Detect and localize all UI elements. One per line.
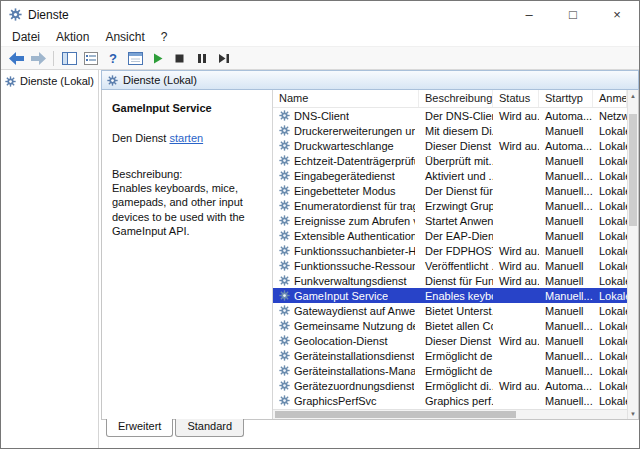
service-logon-cell: Lokales: [593, 153, 627, 168]
scroll-up-icon[interactable]: ▲: [628, 90, 638, 101]
table-row[interactable]: Extensible Authentication-P... Der EAP-D…: [273, 228, 627, 243]
service-status-cell: Wird au...: [493, 258, 539, 273]
service-status-cell: [493, 198, 539, 213]
scroll-down-icon[interactable]: ▼: [628, 408, 638, 419]
help-button[interactable]: ?: [103, 48, 123, 68]
properties-icon: [128, 52, 143, 65]
table-row[interactable]: Funktionssuche-Ressource... Veröffentlic…: [273, 258, 627, 273]
table-row[interactable]: Geräteinstallations-Manager Ermöglicht d…: [273, 363, 627, 378]
service-gear-icon: [279, 275, 290, 286]
table-row[interactable]: GameInput Service Enables keybo... Manue…: [273, 288, 627, 303]
service-name-cell: Geräteinstallationsdienst: [294, 350, 414, 362]
column-header-starttyp[interactable]: Starttyp: [539, 90, 593, 107]
service-name-cell: Druckererweiterungen und ...: [294, 125, 415, 137]
service-starttype-cell: Manuell...: [539, 168, 593, 183]
table-row[interactable]: Funktionssuchanbieter-Host Der FDPHOST..…: [273, 243, 627, 258]
menu-hilfe[interactable]: ?: [153, 29, 176, 45]
service-gear-icon: [279, 260, 290, 271]
column-header-anmelden[interactable]: Anmeld: [593, 90, 627, 107]
help-icon: ?: [109, 51, 117, 66]
close-button[interactable]: ×: [595, 1, 639, 28]
service-starttype-cell: Manuell: [539, 213, 593, 228]
action-prefix: Den Dienst: [112, 132, 169, 144]
start-service-icon: [151, 52, 164, 65]
service-description-cell: Erzwingt Grup...: [419, 198, 493, 213]
service-status-cell: Wird au...: [493, 333, 539, 348]
list-header: Name Beschreibung Status Starttyp Anmeld: [273, 90, 627, 108]
service-starttype-cell: Manuell: [539, 303, 593, 318]
service-status-cell: Wird au...: [493, 273, 539, 288]
service-name-cell: Enumeratordienst für tragb...: [294, 200, 415, 212]
service-logon-cell: Lokales: [593, 318, 627, 333]
start-service-button[interactable]: [147, 48, 167, 68]
menu-datei[interactable]: Datei: [4, 29, 48, 45]
properties-button[interactable]: [125, 48, 145, 68]
service-gear-icon: [279, 245, 290, 256]
horizontal-scrollbar-thumb[interactable]: [275, 411, 516, 418]
restart-service-button[interactable]: [213, 48, 233, 68]
service-name-cell: Geräteinstallations-Manager: [294, 365, 415, 377]
service-starttype-cell: Manuell...: [539, 288, 593, 303]
vertical-scrollbar[interactable]: ▲ ▼: [627, 90, 638, 419]
service-description-cell: Ermöglicht de...: [419, 348, 493, 363]
column-header-name[interactable]: Name: [273, 90, 419, 107]
menu-ansicht[interactable]: Ansicht: [97, 29, 152, 45]
service-status-cell: [493, 318, 539, 333]
service-logon-cell: Lokaler: [593, 243, 627, 258]
table-row[interactable]: Druckwarteschlange Dieser Dienst s... Wi…: [273, 138, 627, 153]
table-row[interactable]: Geolocation-Dienst Dieser Dienst ... Wir…: [273, 333, 627, 348]
tree-item-dienste-lokal[interactable]: Dienste (Lokal): [1, 73, 98, 89]
service-status-cell: [493, 288, 539, 303]
service-logon-cell: Lokales: [593, 168, 627, 183]
table-row[interactable]: Funkverwaltungsdienst Dienst für Fun... …: [273, 273, 627, 288]
start-service-link[interactable]: starten: [169, 132, 203, 144]
service-logon-cell: Netzwer: [593, 108, 627, 123]
show-console-tree-button[interactable]: [59, 48, 79, 68]
service-starttype-cell: Manuell: [539, 123, 593, 138]
horizontal-scrollbar[interactable]: [273, 409, 627, 419]
service-starttype-cell: Automa...: [539, 108, 593, 123]
table-row[interactable]: Enumeratordienst für tragb... Erzwingt G…: [273, 198, 627, 213]
tab-erweitert[interactable]: Erweitert: [106, 419, 173, 437]
maximize-button[interactable]: □: [551, 1, 595, 28]
service-status-cell: [493, 393, 539, 408]
column-header-status[interactable]: Status: [493, 90, 539, 107]
table-row[interactable]: Eingabegerätedienst Aktiviert und ... Ma…: [273, 168, 627, 183]
service-gear-icon: [279, 395, 290, 406]
service-logon-cell: Lokales: [593, 333, 627, 348]
table-row[interactable]: Gemeinsame Nutzung der I... Bietet allen…: [273, 318, 627, 333]
table-row[interactable]: Gatewaydienst auf Anwend... Bietet Unter…: [273, 303, 627, 318]
pause-service-button[interactable]: [191, 48, 211, 68]
table-row[interactable]: Gerätezuordnungsdienst Ermöglicht di... …: [273, 378, 627, 393]
stop-service-button[interactable]: [169, 48, 189, 68]
forward-button[interactable]: [28, 48, 48, 68]
toolbar: ?: [1, 47, 639, 70]
services-window: Dienste – □ × Datei Aktion Ansicht ? ?: [0, 0, 640, 449]
service-gear-icon: [279, 155, 290, 166]
service-description-cell: Der DNS-Clien...: [419, 108, 493, 123]
minimize-button[interactable]: –: [507, 1, 551, 28]
table-row[interactable]: Geräteinstallationsdienst Ermöglicht de.…: [273, 348, 627, 363]
table-row[interactable]: DNS-Client Der DNS-Clien... Wird au... A…: [273, 108, 627, 123]
table-row[interactable]: Druckererweiterungen und ... Mit diesem …: [273, 123, 627, 138]
menu-aktion[interactable]: Aktion: [48, 29, 97, 45]
service-gear-icon: [279, 200, 290, 211]
vertical-scrollbar-thumb[interactable]: [629, 114, 637, 226]
service-starttype-cell: Automa...: [539, 138, 593, 153]
export-list-button[interactable]: [81, 48, 101, 68]
back-button[interactable]: [6, 48, 26, 68]
service-logon-cell: Lokales: [593, 393, 627, 408]
table-row[interactable]: Ereignisse zum Abrufen von... Startet An…: [273, 213, 627, 228]
column-header-beschreibung[interactable]: Beschreibung: [419, 90, 493, 107]
service-name-cell: Ereignisse zum Abrufen von...: [294, 215, 415, 227]
tab-standard[interactable]: Standard: [175, 419, 244, 437]
extended-view-pane: GameInput Service Den Dienst starten Bes…: [102, 90, 272, 419]
toolbar-separator: [53, 51, 54, 66]
table-row[interactable]: GraphicsPerfSvc Graphics perf... Manuell…: [273, 393, 627, 408]
table-row[interactable]: Eingebetteter Modus Der Dienst für ... M…: [273, 183, 627, 198]
restart-service-icon: [217, 52, 230, 65]
service-description-cell: Dieser Dienst ...: [419, 333, 493, 348]
service-description-cell: Ermöglicht de...: [419, 363, 493, 378]
service-gear-icon: [279, 230, 290, 241]
table-row[interactable]: Echtzeit-Datenträgerprüfung Überprüft mi…: [273, 153, 627, 168]
